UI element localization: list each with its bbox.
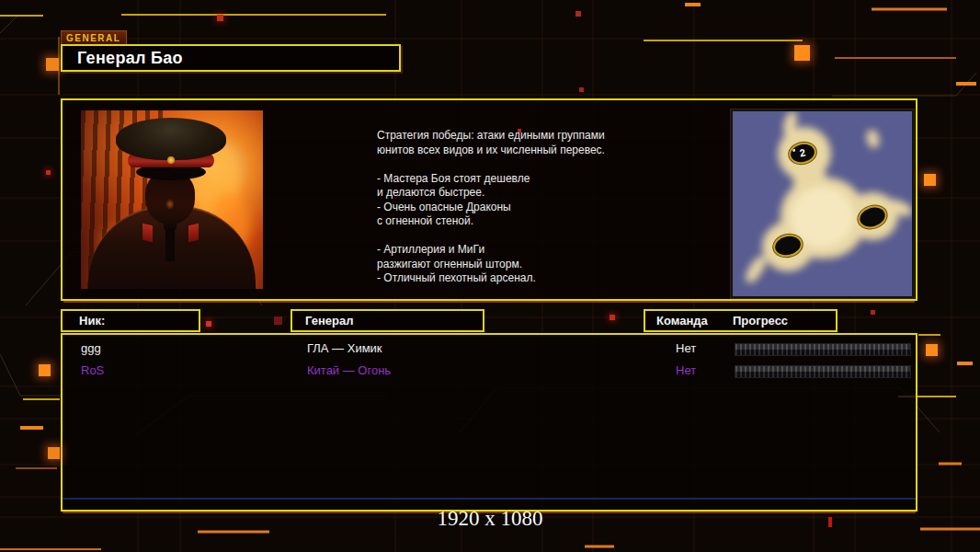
decor-square xyxy=(518,129,521,132)
decor-square xyxy=(871,310,875,315)
decor-square xyxy=(46,170,51,175)
decor-square xyxy=(924,174,936,186)
decor-square xyxy=(794,45,810,61)
player-list-panel: gggГЛА — ХимикНетRoSКитай — ОгоньНет xyxy=(61,333,917,512)
column-label-general: Генерал xyxy=(305,311,353,330)
general-tab: GENERAL xyxy=(61,30,127,45)
column-header-team-progress: Команда Прогресс xyxy=(644,309,838,332)
player-general: Китай — Огонь xyxy=(307,360,391,382)
player-team: Нет xyxy=(676,338,696,360)
column-header-nick: Ник: xyxy=(61,309,200,332)
resolution-label: 1920 x 1080 xyxy=(0,507,980,531)
decor-square xyxy=(46,58,59,71)
decor-square xyxy=(217,15,223,21)
decor-square xyxy=(39,364,51,376)
decor-blue-line xyxy=(63,498,916,500)
column-label-team: Команда xyxy=(656,311,708,330)
column-label-nick: Ник: xyxy=(79,311,105,330)
player-general: ГЛА — Химик xyxy=(307,338,382,360)
general-bao-portrait xyxy=(81,110,263,289)
player-row: RoSКитай — ОгоньНет xyxy=(63,360,916,382)
decor-square xyxy=(610,315,615,320)
cap-crown xyxy=(116,118,226,160)
column-header-general: Генерал xyxy=(291,309,484,332)
game-lobby-screen: GENERAL Генерал Бао Стратегия победы: ат… xyxy=(0,0,980,552)
tie xyxy=(165,228,175,261)
collar-tab xyxy=(142,224,153,243)
decor-square xyxy=(206,321,211,327)
player-rows: gggГЛА — ХимикНетRoSКитай — ОгоньНет xyxy=(63,338,916,382)
player-progress-bar xyxy=(735,343,911,356)
decor-square xyxy=(579,87,584,92)
player-row: gggГЛА — ХимикНет xyxy=(63,338,916,360)
player-progress-bar xyxy=(735,365,911,378)
decor-square xyxy=(274,316,282,325)
decor-square xyxy=(48,447,60,459)
strategy-text: Стратегия победы: атаки едиными группами… xyxy=(377,129,653,286)
collar-tab xyxy=(188,224,199,243)
general-title-box: Генерал Бао xyxy=(61,44,401,72)
player-nick: ggg xyxy=(81,338,101,360)
column-label-progress: Прогресс xyxy=(733,311,788,330)
player-team: Нет xyxy=(676,360,696,382)
map-landmass xyxy=(733,111,912,296)
decor-square xyxy=(575,11,581,17)
map-preview: 2 xyxy=(731,109,914,298)
start-position-player-count: 2 xyxy=(799,147,806,159)
cap-emblem xyxy=(167,156,175,164)
player-nick: RoS xyxy=(81,360,104,382)
general-title: Генерал Бао xyxy=(63,46,399,70)
decor-square xyxy=(926,344,938,356)
briefing-panel: Стратегия победы: атаки едиными группами… xyxy=(61,98,917,301)
general-tab-label: GENERAL xyxy=(66,33,120,43)
